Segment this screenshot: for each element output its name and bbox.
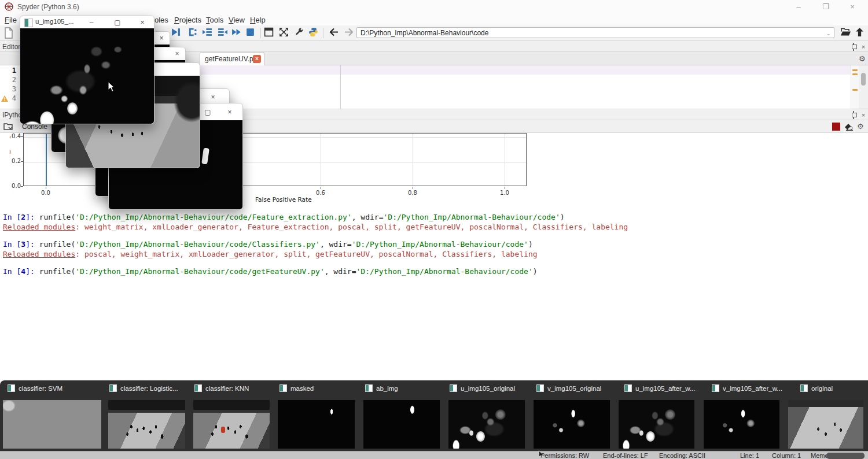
image-window-u-img105[interactable]: u_img105_... – ▢ × [20,16,155,124]
close-icon[interactable]: × [138,18,147,27]
forward-arrow-icon[interactable] [344,27,356,39]
scrollbar-thumb[interactable] [861,73,866,86]
red-person-highlight [221,427,225,433]
minimize-icon[interactable]: – [87,18,96,27]
x-axis-label: False Positive Rate [255,196,312,203]
browse-tabs-folder-icon[interactable] [3,122,13,131]
memory-usage-widget [826,453,865,459]
thumbnail-knn[interactable] [193,400,270,449]
thumbnail-u-after[interactable] [619,400,694,449]
thumb-label-logistic[interactable]: classifier: Logistic... [109,384,178,393]
maximize-pane-icon[interactable] [264,27,277,39]
restore-button[interactable]: ❐ [816,1,836,13]
back-arrow-icon[interactable] [329,27,341,39]
thumb-label-original[interactable]: original [800,384,833,393]
run-current-line-icon[interactable] [171,27,184,39]
eraser-icon[interactable] [844,123,854,131]
window-titlebar[interactable]: u_img105_... – ▢ × [20,16,154,28]
status-column: Column: 1 [772,452,801,459]
fullscreen-icon[interactable] [279,27,292,39]
warning-flag-marker[interactable] [852,89,858,91]
editor-vertical-scrollbar[interactable] [859,65,868,109]
close-icon[interactable]: × [157,34,166,43]
browse-directory-icon[interactable] [840,27,853,39]
parent-directory-up-icon[interactable] [855,27,867,39]
undock-pane-icon[interactable] [848,43,856,50]
warning-flag-marker[interactable] [852,73,858,75]
step-return-icon[interactable] [218,27,230,39]
thumbnail-v-after[interactable] [704,400,779,449]
maximize-icon[interactable]: ▢ [113,18,122,27]
status-line: Line: 1 [740,452,759,459]
figure-thumbnail-panel: classifier: SVM classifier: Logistic... … [0,380,868,451]
figure-icon [8,384,15,392]
run-cell-icon[interactable] [187,27,200,39]
thumb-label-knn[interactable]: classifier: KNN [194,384,249,393]
thumbnail-abimg[interactable] [363,400,440,449]
code-warning-icon [1,95,8,102]
window-image-flow [20,28,154,124]
y-axis-label-clip: True Positive Rate [1,131,10,155]
editor-scrollflag-area [851,65,859,109]
python-path-icon[interactable] [308,27,321,39]
thumb-label-svm[interactable]: classifier: SVM [8,384,62,393]
menu-view[interactable]: View [229,16,245,24]
close-icon[interactable]: × [208,92,218,102]
figure-icon [365,384,373,392]
thumbnail-original[interactable] [788,400,863,449]
working-directory-combobox[interactable]: D:\Python_Imp\Abnormal-Behaviour\code ⌄ [356,27,834,38]
thumb-label-u-orig[interactable]: u_img105_original [450,384,515,393]
new-file-icon[interactable] [3,27,16,39]
y-tick-label: 0.4 [9,133,21,139]
x-tick-label: 0.0 [37,190,54,196]
close-pane-icon[interactable]: × [859,112,867,119]
menu-file[interactable]: File [5,16,17,24]
menu-tools[interactable]: Tools [206,16,223,24]
x-tick-label: 0.8 [404,190,421,196]
continue-icon[interactable] [231,27,244,39]
minimize-button[interactable]: – [789,1,808,13]
figure-window-icon [24,18,33,27]
thumbnail-logistic[interactable] [108,400,185,449]
editor-split-divider [340,65,341,109]
step-into-icon[interactable] [203,27,215,39]
thumbnail-v-original[interactable] [534,400,610,449]
x-tick-label: 1.0 [496,190,513,196]
console-options-gear-icon[interactable]: ⚙ [857,122,864,131]
tab-close-icon[interactable]: × [253,55,261,63]
thumbnail-masked[interactable] [278,400,355,449]
figure-icon [712,384,719,392]
close-icon[interactable]: × [172,49,182,58]
thumb-label-v-orig[interactable]: v_img105_original [536,384,601,393]
menu-consoles-fragment[interactable]: oles [155,16,168,24]
status-permissions: Permissions: RW [540,452,589,459]
maximize-icon[interactable]: ▢ [203,108,212,117]
y-axis-label: True Positive Rate [9,131,10,154]
thumbnail-svm[interactable] [3,400,101,449]
menu-help[interactable]: Help [250,16,266,24]
close-icon[interactable]: × [225,108,234,117]
console-line-in4: In [4]: runfile('D:/Python_Imp/Abnormal-… [3,267,538,276]
undock-pane-icon[interactable] [848,112,856,119]
close-button[interactable]: × [843,1,862,13]
statusbar: Permissions: RW End-of-lines: LF Encodin… [0,451,868,459]
stop-icon[interactable] [245,27,258,39]
x-tick-label: 0.6 [312,190,329,196]
preferences-wrench-icon[interactable] [294,27,307,39]
thumb-label-v-after[interactable]: v_img105_after_w... [712,384,782,393]
tab-getfeatureuv[interactable]: getFeatureUV.py × [200,52,264,65]
thumbnail-u-original[interactable] [448,400,525,449]
close-pane-icon[interactable]: × [859,43,867,50]
tabbar-options-gear-icon[interactable]: ⚙ [859,54,866,63]
thumb-label-u-after[interactable]: u_img105_after_w... [624,384,696,393]
gridline [505,134,505,186]
menu-projects[interactable]: Projects [174,16,201,24]
chevron-down-icon[interactable]: ⌄ [826,32,831,36]
y-tick-label: 0.2 [9,158,21,164]
interrupt-kernel-icon[interactable] [832,123,840,131]
window-title: Spyder (Python 3.6) [17,3,79,11]
thumb-label-masked[interactable]: masked [279,384,314,393]
y-tick-label: 0.0 [9,183,21,189]
thumb-label-abimg[interactable]: ab_img [365,384,398,393]
warning-flag-marker[interactable] [852,69,858,71]
